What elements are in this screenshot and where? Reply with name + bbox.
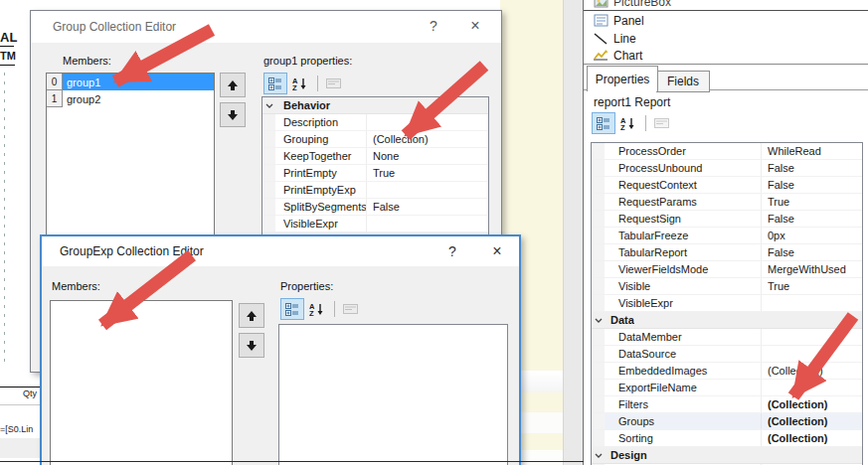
sort-az-icon[interactable]: AZ — [306, 299, 328, 319]
property-row[interactable]: Filters(Collection) — [592, 396, 862, 413]
picturebox-icon — [592, 0, 609, 8]
down-arrow-icon — [246, 340, 258, 352]
report-band — [0, 438, 40, 458]
categorized-icon[interactable] — [592, 112, 615, 134]
property-row[interactable]: SplitBySegmentsFalse — [262, 199, 488, 216]
toolbox-item-line[interactable]: Line — [584, 30, 868, 47]
sort-az-icon[interactable]: AZ — [289, 74, 311, 93]
chevron-down-icon — [595, 318, 603, 323]
propertygrid-toolbar: AZ — [263, 73, 346, 94]
toolbox-item-picturebox[interactable]: PictureBox — [584, 0, 868, 10]
report-column-header: Qty — [0, 388, 37, 398]
property-row-groups[interactable]: Groups(Collection) — [592, 413, 862, 430]
categorized-icon[interactable] — [263, 73, 287, 94]
help-button[interactable]: ? — [419, 11, 448, 41]
help-button[interactable]: ? — [437, 236, 467, 266]
propertygrid-toolbar: AZ — [280, 298, 363, 320]
report-text-fragment: TM — [0, 50, 16, 62]
chevron-down-icon — [265, 103, 273, 108]
members-label: Members: — [52, 280, 100, 292]
panel-icon — [592, 14, 609, 27]
property-row[interactable]: RequestContextFalse — [592, 177, 862, 194]
property-row[interactable]: Grouping(Collection) — [262, 131, 488, 148]
toolbox-item-panel[interactable]: Panel — [584, 12, 868, 29]
close-button[interactable]: × — [460, 11, 490, 41]
report-line — [0, 46, 14, 47]
property-row[interactable]: TabularFreeze0px — [592, 228, 862, 244]
chevron-down-icon — [595, 453, 603, 458]
toolbar-separator — [645, 115, 646, 131]
property-row[interactable]: ProcessUnboundFalse — [592, 160, 862, 177]
report-text-fragment: AL — [0, 30, 17, 45]
property-row[interactable]: VisibleTrue — [592, 278, 862, 295]
member-index: 1 — [47, 90, 63, 107]
toolbox-item-label: Chart — [613, 49, 642, 63]
member-name-selected: group1 — [63, 74, 214, 90]
window-bottom-edge — [0, 461, 584, 462]
grid-dots — [1, 70, 9, 368]
vertical-gutter — [563, 0, 584, 465]
report-expression-fragment: =[S0.Lin — [0, 424, 38, 434]
svg-text:Z: Z — [620, 123, 625, 130]
move-down-button[interactable] — [220, 102, 246, 127]
property-row[interactable]: KeepTogetherNone — [262, 148, 488, 165]
sort-az-icon[interactable]: AZ — [617, 113, 639, 133]
categorized-icon[interactable] — [280, 298, 304, 320]
tab-fields[interactable]: Fields — [656, 71, 710, 92]
property-row[interactable]: EmbeddedImages(Collection) — [592, 363, 862, 380]
property-row[interactable]: TabularReportFalse — [592, 244, 862, 261]
propertygrid-toolbar: AZ — [592, 112, 674, 134]
report-line — [0, 387, 40, 388]
property-row[interactable]: VisibleExpr — [592, 295, 862, 312]
property-row[interactable]: ViewerFieldsModeMergeWithUsed — [592, 261, 862, 278]
selected-object-label: report1 Report — [594, 95, 670, 109]
property-pages-icon — [322, 74, 344, 93]
toolbox-divider — [584, 10, 868, 11]
toolbox-item-label: PictureBox — [613, 0, 671, 9]
property-row[interactable]: Sorting(Collection) — [592, 430, 862, 447]
property-row[interactable]: PrintEmptyExp — [262, 182, 488, 199]
property-row[interactable]: ExportFileName — [592, 380, 862, 396]
property-row[interactable]: RequestSignFalse — [592, 211, 862, 228]
property-pages-icon — [339, 299, 361, 319]
property-row[interactable]: DataSource — [592, 346, 862, 363]
object-properties-label: group1 properties: — [263, 55, 352, 67]
category-row-design[interactable]: Design — [592, 447, 862, 464]
category-row-behavior[interactable]: Behavior — [262, 97, 488, 114]
down-arrow-icon — [227, 109, 239, 121]
toolbox-item-chart[interactable]: Chart — [584, 47, 868, 64]
up-arrow-icon — [227, 79, 239, 91]
property-grid-empty — [278, 324, 508, 465]
report-line — [0, 65, 15, 66]
toolbar-separator — [334, 301, 335, 317]
chart-icon — [592, 49, 609, 62]
toolbar-separator — [317, 76, 318, 91]
member-name: group2 — [63, 90, 214, 107]
panel-separator — [584, 64, 868, 65]
svg-text:Z: Z — [292, 83, 297, 90]
property-row[interactable]: VisibleExpr — [262, 216, 488, 232]
property-row[interactable]: DataMember — [592, 329, 862, 346]
tab-properties[interactable]: Properties — [587, 66, 658, 91]
property-row[interactable]: Description — [262, 114, 488, 131]
move-up-button[interactable] — [239, 303, 264, 328]
list-item[interactable]: 0 group1 — [47, 74, 214, 90]
category-row-data[interactable]: Data — [592, 312, 862, 329]
move-up-button[interactable] — [220, 73, 246, 97]
property-grid: ProcessOrderWhileRead ProcessUnboundFals… — [591, 142, 863, 465]
list-item[interactable]: 1 group2 — [47, 90, 214, 107]
dialog-title: GroupExp Collection Editor — [60, 244, 204, 258]
report-line — [0, 404, 40, 405]
property-row[interactable]: ProcessOrderWhileRead — [592, 143, 862, 160]
property-row[interactable]: RequestParamsTrue — [592, 194, 862, 211]
member-index: 0 — [47, 74, 63, 90]
members-listbox-empty[interactable] — [50, 300, 233, 465]
line-icon — [592, 32, 609, 45]
close-button[interactable]: × — [482, 236, 512, 266]
property-row[interactable]: PrintEmptyTrue — [262, 165, 488, 182]
screenshot-stage: AL TM Qty =[S0.Lin PictureBox Panel — [0, 0, 868, 465]
members-label: Members: — [63, 55, 111, 67]
properties-label: Properties: — [280, 280, 333, 292]
toolbox-item-label: Line — [613, 32, 636, 46]
move-down-button[interactable] — [239, 333, 264, 358]
